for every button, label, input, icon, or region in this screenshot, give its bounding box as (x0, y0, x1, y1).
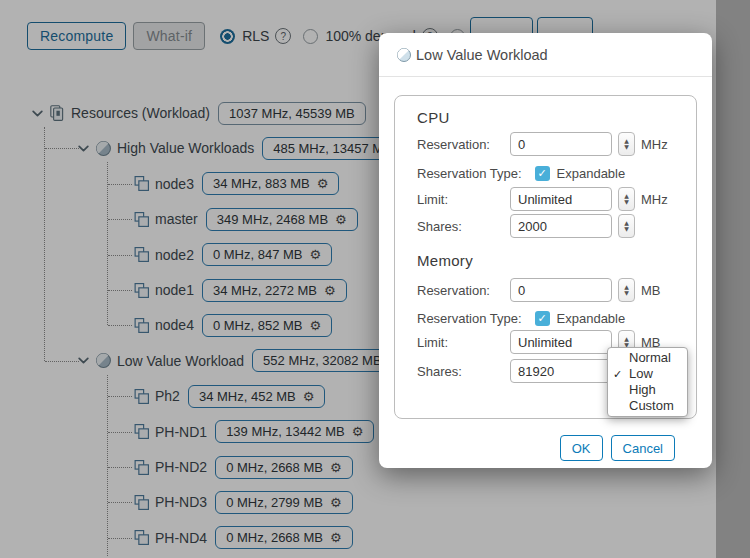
dropdown-item[interactable]: ✓ Low (608, 366, 687, 382)
cpu-shares-stepper[interactable]: ▲▼ (618, 214, 635, 238)
dropdown-item[interactable]: Custom (608, 398, 687, 414)
dropdown-item-label: High (629, 382, 656, 397)
memory-section-heading: Memory (417, 252, 473, 269)
resource-pool-icon (396, 47, 412, 63)
shares-dropdown-menu: Normal ✓ Low High Custom (607, 347, 688, 417)
cpu-reservation-stepper[interactable]: ▲▼ (618, 132, 635, 156)
memory-shares-input[interactable] (510, 359, 612, 383)
dropdown-item[interactable]: High (608, 382, 687, 398)
dialog-title: Low Value Workload (416, 47, 548, 63)
memory-reservation-type-row: Reservation Type: ✓ Expandable (417, 306, 625, 330)
cpu-limit-input[interactable] (510, 187, 612, 211)
memory-expandable-checkbox[interactable]: ✓ (535, 311, 550, 326)
memory-reservation-label: Reservation: (417, 283, 510, 298)
cpu-expandable-label: Expandable (557, 166, 626, 181)
ok-button[interactable]: OK (560, 435, 603, 461)
memory-expandable-label: Expandable (557, 311, 626, 326)
cpu-reservation-unit: MHz (641, 137, 668, 152)
memory-reservation-input[interactable] (510, 278, 612, 302)
memory-limit-label: Limit: (417, 335, 510, 350)
dropdown-item-label: Low (629, 366, 653, 381)
cpu-reservation-type-label: Reservation Type: (417, 166, 522, 181)
cpu-reservation-row: Reservation: ▲▼ MHz (417, 132, 668, 156)
cpu-reservation-label: Reservation: (417, 137, 510, 152)
cpu-limit-row: Limit: ▲▼ MHz (417, 187, 668, 211)
cpu-limit-stepper[interactable]: ▲▼ (618, 187, 635, 211)
dropdown-item[interactable]: Normal (608, 350, 687, 366)
cpu-reservation-type-row: Reservation Type: ✓ Expandable (417, 161, 625, 185)
memory-limit-input[interactable] (510, 330, 612, 354)
cpu-expandable-checkbox[interactable]: ✓ (535, 166, 550, 181)
check-icon: ✓ (537, 168, 546, 179)
check-icon: ✓ (537, 313, 546, 324)
memory-shares-label: Shares: (417, 364, 510, 379)
cpu-section-heading: CPU (417, 109, 450, 126)
memory-reservation-type-label: Reservation Type: (417, 311, 522, 326)
cpu-shares-input[interactable] (510, 214, 612, 238)
dialog-footer: OK Cancel (560, 435, 675, 461)
cpu-limit-unit: MHz (641, 192, 668, 207)
memory-reservation-unit: MB (641, 283, 661, 298)
dialog-title-bar: Low Value Workload (379, 33, 712, 77)
dropdown-item-label: Custom (629, 398, 674, 413)
dropdown-item-label: Normal (629, 350, 671, 365)
memory-reservation-row: Reservation: ▲▼ MB (417, 278, 661, 302)
memory-shares-row: Shares: ▲▼ (417, 359, 635, 383)
cpu-shares-row: Shares: ▲▼ (417, 214, 635, 238)
cpu-shares-label: Shares: (417, 219, 510, 234)
cpu-limit-label: Limit: (417, 192, 510, 207)
memory-reservation-stepper[interactable]: ▲▼ (618, 278, 635, 302)
check-icon: ✓ (613, 367, 622, 383)
cpu-reservation-input[interactable] (510, 132, 612, 156)
cancel-button[interactable]: Cancel (611, 435, 675, 461)
